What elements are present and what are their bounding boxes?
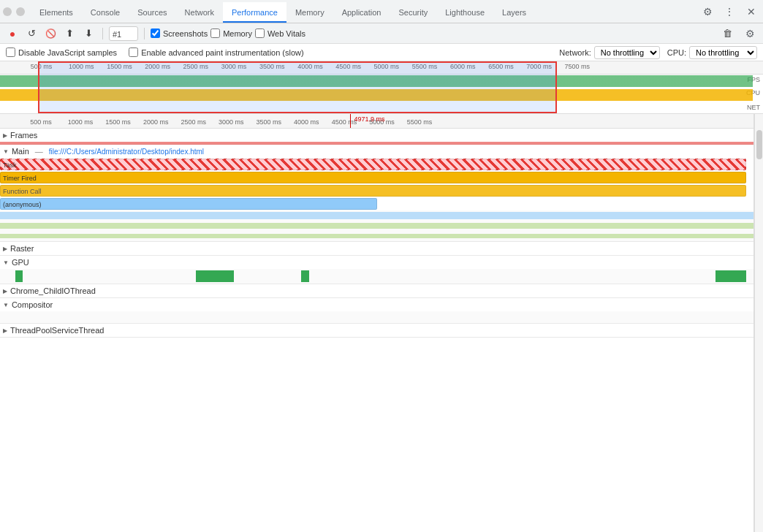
- network-label: Network:: [559, 48, 591, 57]
- timeline-panel: 500 ms1000 ms1500 ms2000 ms2500 ms3000 m…: [0, 114, 754, 532]
- recording-number: #1: [109, 26, 138, 41]
- nav-right: ⚙ ⋮ ✕: [699, 3, 760, 20]
- overview-ruler-tick: 4500 ms: [335, 63, 361, 70]
- overview-ruler-tick: 5000 ms: [374, 63, 400, 70]
- raster-label: Raster: [10, 244, 34, 253]
- nav-tab-memory[interactable]: Memory: [286, 2, 333, 23]
- net-label: NET: [747, 104, 760, 111]
- upload-button[interactable]: ⬆: [61, 26, 77, 42]
- compositor-track: ▼ Compositor: [0, 298, 753, 324]
- close-icon[interactable]: ✕: [743, 3, 760, 20]
- advanced-paint-text: Enable advanced paint instrumentation (s…: [141, 48, 304, 57]
- main-track-header[interactable]: ▼ Main — file:///C:/Users/Administrator/…: [0, 145, 753, 158]
- timeline-ruler2-tick: 3000 ms: [219, 118, 244, 126]
- raster-track: ▶ Raster: [0, 242, 753, 256]
- network-throttle-group: Network: No throttling Fast 3G Slow 3G: [559, 46, 659, 59]
- scrollbar-thumb[interactable]: [756, 130, 762, 159]
- screenshots-checkbox[interactable]: [151, 28, 160, 38]
- timeline-ruler2-tick: 4500 ms: [332, 118, 357, 126]
- screenshots-checkbox-group[interactable]: Screenshots: [151, 28, 208, 38]
- nav-tab-security[interactable]: Security: [390, 2, 436, 23]
- timer-block: Timer Fired: [0, 172, 746, 183]
- timeline-ruler2-tick: 1500 ms: [105, 118, 131, 126]
- clear-button[interactable]: 🚫: [42, 26, 58, 42]
- mini-bar-2: [0, 223, 753, 229]
- threadpool-track-header[interactable]: ▶ ThreadPoolServiceThread: [0, 324, 753, 337]
- gpu-track-header[interactable]: ▼ GPU: [0, 256, 753, 269]
- window-icon-2: [16, 7, 25, 16]
- settings-icon[interactable]: ⚙: [699, 3, 716, 20]
- main-panel: 500 ms1000 ms1500 ms2000 ms2500 ms3000 m…: [0, 114, 763, 532]
- frames-label: Frames: [10, 131, 37, 140]
- cpu-fill: [0, 89, 753, 101]
- nav-tab-performance[interactable]: Performance: [223, 2, 286, 23]
- raster-track-header[interactable]: ▶ Raster: [0, 242, 753, 255]
- frames-chevron: ▶: [3, 132, 7, 139]
- main-label: Main: [12, 147, 29, 156]
- overview-ruler-tick: 1500 ms: [107, 63, 132, 70]
- overview-ruler-tick: 6500 ms: [488, 63, 514, 70]
- window-icon-1: [3, 7, 12, 16]
- compositor-track-header[interactable]: ▼ Compositor: [0, 298, 753, 311]
- frames-track-header[interactable]: ▶ Frames: [0, 129, 753, 142]
- trash-button[interactable]: 🗑: [719, 26, 735, 42]
- compositor-mini-track: [0, 311, 753, 323]
- main-chevron: ▼: [3, 148, 9, 155]
- raster-chevron: ▶: [3, 246, 7, 252]
- nav-tab-application[interactable]: Application: [333, 2, 390, 23]
- more-icon[interactable]: ⋮: [721, 3, 738, 20]
- anonymous-block: (anonymous): [0, 198, 377, 210]
- gpu-spike-3: [301, 270, 308, 282]
- timeline-ruler2-tick: 3500 ms: [257, 118, 282, 126]
- overview-ruler-tick: 4000 ms: [297, 63, 323, 70]
- chrome-child-io-header[interactable]: ▶ Chrome_ChildIOThread: [0, 284, 753, 297]
- webvitals-label: Web Vitals: [267, 29, 305, 38]
- overview-ruler-tick: 3000 ms: [221, 63, 247, 70]
- overview-ruler-tick: 500 ms: [31, 63, 53, 70]
- webvitals-checkbox[interactable]: [255, 28, 265, 38]
- disable-js-checkbox[interactable]: [6, 48, 15, 57]
- timeline-ruler2-tick: 1000 ms: [68, 118, 94, 126]
- download-button[interactable]: ⬇: [80, 26, 96, 42]
- tracks-area[interactable]: ▶ Frames ▼ Main — file:///C:/Users/Admin…: [0, 129, 753, 532]
- devtools-nav: ElementsConsoleSourcesNetworkPerformance…: [0, 0, 763, 23]
- overview-ruler-tick: 7500 ms: [565, 63, 591, 70]
- mini-track-2: [0, 221, 753, 231]
- memory-checkbox-group[interactable]: Memory: [210, 28, 252, 38]
- gpu-spike-1: [15, 270, 23, 282]
- mini-bar-3: [0, 234, 753, 238]
- nav-tab-network[interactable]: Network: [176, 2, 223, 23]
- timeline-overview[interactable]: 500 ms1000 ms1500 ms2000 ms2500 ms3000 m…: [0, 61, 763, 114]
- overview-ruler-tick: 2500 ms: [183, 63, 209, 70]
- threadpool-label: ThreadPoolServiceThread: [10, 326, 104, 335]
- window-icons: [3, 7, 25, 16]
- advanced-paint-checkbox[interactable]: [129, 48, 138, 57]
- reload-record-button[interactable]: ↺: [23, 26, 39, 42]
- timeline-ruler2-tick: 4000 ms: [294, 118, 319, 126]
- overview-ruler: 500 ms1000 ms1500 ms2000 ms2500 ms3000 m…: [0, 61, 763, 75]
- right-scrollbar[interactable]: [754, 114, 763, 532]
- nav-tab-lighthouse[interactable]: Lighthouse: [436, 2, 493, 23]
- settings-bar: Disable JavaScript samples Enable advanc…: [0, 44, 763, 61]
- network-throttle-select[interactable]: No throttling Fast 3G Slow 3G: [594, 46, 660, 59]
- nav-tab-layers[interactable]: Layers: [493, 2, 535, 23]
- nav-tab-sources[interactable]: Sources: [129, 2, 175, 23]
- disable-js-label[interactable]: Disable JavaScript samples: [6, 48, 117, 57]
- advanced-paint-label[interactable]: Enable advanced paint instrumentation (s…: [129, 48, 304, 57]
- gpu-spike-2: [196, 270, 234, 282]
- record-button[interactable]: ●: [4, 26, 20, 42]
- disable-js-text: Disable JavaScript samples: [18, 48, 117, 57]
- nav-tab-console[interactable]: Console: [82, 2, 129, 23]
- screenshots-label: Screenshots: [163, 29, 208, 38]
- webvitals-checkbox-group[interactable]: Web Vitals: [255, 28, 305, 38]
- fps-row: FPS: [0, 75, 763, 88]
- settings-bar-right: Network: No throttling Fast 3G Slow 3G C…: [559, 46, 757, 59]
- toolbar-sep-2: [144, 28, 145, 39]
- task-block: Task: [0, 159, 746, 170]
- cpu-throttle-select[interactable]: No throttling 4x slowdown 6x slowdown: [689, 46, 757, 59]
- flame-row-timer: Timer Fired: [0, 171, 753, 184]
- nav-tab-elements[interactable]: Elements: [31, 2, 82, 23]
- toolbar-settings-icon[interactable]: ⚙: [741, 25, 759, 42]
- mini-track-1: [0, 210, 753, 221]
- memory-checkbox[interactable]: [210, 28, 220, 38]
